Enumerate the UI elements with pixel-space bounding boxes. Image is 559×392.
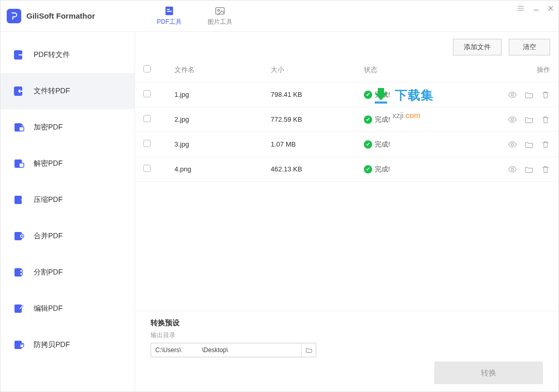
sidebar-item-file-to-pdf[interactable]: 文件转PDF xyxy=(1,73,135,109)
svg-rect-2 xyxy=(167,9,170,10)
row-size: 1.07 MB xyxy=(271,140,364,148)
open-folder-icon[interactable] xyxy=(524,140,534,149)
sidebar-item-label: 防拷贝PDF xyxy=(34,340,70,350)
sidebar-item-encrypt-pdf[interactable]: 加密PDF xyxy=(1,109,135,146)
pdf-icon xyxy=(164,5,175,17)
sidebar-item-label: PDF转文件 xyxy=(34,50,70,60)
row-ops xyxy=(467,115,550,124)
tab-image-tools[interactable]: 图片工具 xyxy=(208,5,232,26)
table-row: 4.png 462.13 KB ✔完成! xyxy=(135,157,558,182)
bottom-panel: 转换预设 输出目录 转换 xyxy=(135,311,558,391)
row-checkbox[interactable] xyxy=(143,90,174,99)
convert-bar: 转换 xyxy=(151,361,543,384)
logo-area: GiliSoft Formathor xyxy=(7,9,136,23)
app-title: GiliSoft Formathor xyxy=(26,11,95,20)
top-tabs: PDF工具 图片工具 xyxy=(157,5,232,26)
check-circle-icon: ✔ xyxy=(364,115,372,124)
table-row: 2.jpg 772.59 KB ✔完成! xyxy=(135,107,558,132)
sidebar-item-anticopy-pdf[interactable]: 防拷贝PDF xyxy=(1,327,135,363)
tab-pdf-tools[interactable]: PDF工具 xyxy=(157,5,182,26)
open-folder-icon[interactable] xyxy=(524,90,534,99)
image-icon xyxy=(214,5,226,17)
row-name: 3.jpg xyxy=(174,140,271,148)
sidebar-item-label: 压缩PDF xyxy=(34,195,63,205)
svg-point-26 xyxy=(511,93,514,96)
main-area: 添加文件 清空 文件名 大小 状态 操作 1.jpg 798.41 KB ✔完成… xyxy=(135,32,558,391)
col-name: 文件名 xyxy=(174,65,271,75)
preview-icon[interactable] xyxy=(508,90,517,99)
svg-rect-17 xyxy=(14,196,22,204)
merge-icon xyxy=(13,230,25,242)
row-checkbox[interactable] xyxy=(143,115,174,124)
preset-title: 转换预设 xyxy=(151,318,543,328)
tab-pdf-label: PDF工具 xyxy=(157,18,182,26)
table-header: 文件名 大小 状态 操作 xyxy=(135,57,558,82)
row-status: ✔完成! xyxy=(364,90,467,99)
svg-point-22 xyxy=(20,273,23,275)
delete-icon[interactable] xyxy=(541,115,550,124)
svg-point-28 xyxy=(511,143,514,146)
sidebar-item-label: 加密PDF xyxy=(34,123,63,132)
col-size: 大小 xyxy=(271,65,364,75)
unlock-icon xyxy=(13,157,25,170)
sidebar: PDF转文件 文件转PDF 加密PDF 解密PDF 压缩PDF 合并PDF 分割… xyxy=(1,32,135,391)
titlebar: GiliSoft Formathor PDF工具 图片工具 xyxy=(1,1,558,32)
export-icon xyxy=(13,49,25,61)
menu-icon[interactable] xyxy=(516,5,525,12)
minimize-icon[interactable] xyxy=(533,5,540,12)
sidebar-item-compress-pdf[interactable]: 压缩PDF xyxy=(1,182,135,218)
sidebar-item-decrypt-pdf[interactable]: 解密PDF xyxy=(1,146,135,182)
delete-icon[interactable] xyxy=(541,140,550,149)
row-name: 1.jpg xyxy=(174,91,271,98)
svg-rect-14 xyxy=(19,127,24,131)
shield-icon xyxy=(13,339,25,351)
row-status: ✔完成! xyxy=(364,165,467,174)
window-controls xyxy=(516,5,554,12)
output-path-input[interactable] xyxy=(151,346,301,354)
file-table: 文件名 大小 状态 操作 1.jpg 798.41 KB ✔完成! 2.jpg … xyxy=(135,57,558,311)
row-status: ✔完成! xyxy=(364,115,467,124)
check-circle-icon: ✔ xyxy=(364,91,372,99)
edit-icon xyxy=(13,302,25,315)
output-path-field xyxy=(151,343,316,357)
open-folder-icon[interactable] xyxy=(524,165,534,174)
sidebar-item-edit-pdf[interactable]: 编辑PDF xyxy=(1,291,135,327)
row-size: 772.59 KB xyxy=(271,115,364,123)
checkbox-all[interactable] xyxy=(143,65,174,74)
import-icon xyxy=(13,85,25,97)
svg-rect-16 xyxy=(19,163,24,167)
sidebar-item-label: 分割PDF xyxy=(34,268,63,277)
preview-icon[interactable] xyxy=(508,165,517,174)
sidebar-item-pdf-to-file[interactable]: PDF转文件 xyxy=(1,37,135,73)
output-dir-label: 输出目录 xyxy=(151,331,543,340)
sidebar-item-split-pdf[interactable]: 分割PDF xyxy=(1,254,135,291)
sidebar-item-merge-pdf[interactable]: 合并PDF xyxy=(1,218,135,254)
open-folder-icon[interactable] xyxy=(524,115,534,124)
add-file-button[interactable]: 添加文件 xyxy=(453,39,502,55)
delete-icon[interactable] xyxy=(541,165,550,174)
browse-folder-icon[interactable] xyxy=(301,343,316,357)
row-ops xyxy=(467,165,550,174)
delete-icon[interactable] xyxy=(541,90,550,99)
split-icon xyxy=(13,266,25,279)
preview-icon[interactable] xyxy=(508,140,517,149)
svg-rect-1 xyxy=(167,11,171,12)
svg-point-4 xyxy=(217,9,219,11)
convert-button[interactable]: 转换 xyxy=(434,361,543,384)
row-name: 2.jpg xyxy=(174,115,271,123)
close-icon[interactable] xyxy=(547,5,554,12)
svg-point-29 xyxy=(511,168,514,170)
check-circle-icon: ✔ xyxy=(364,140,372,149)
row-size: 798.41 KB xyxy=(271,91,364,98)
col-ops: 操作 xyxy=(467,65,550,75)
svg-point-21 xyxy=(20,270,23,272)
preview-icon[interactable] xyxy=(508,115,517,124)
lock-icon xyxy=(13,121,25,134)
row-checkbox[interactable] xyxy=(143,165,174,173)
col-status: 状态 xyxy=(364,65,467,75)
check-circle-icon: ✔ xyxy=(364,165,372,173)
row-status: ✔完成! xyxy=(364,140,467,149)
row-checkbox[interactable] xyxy=(143,140,174,149)
clear-button[interactable]: 清空 xyxy=(509,39,550,55)
row-size: 462.13 KB xyxy=(271,165,364,173)
